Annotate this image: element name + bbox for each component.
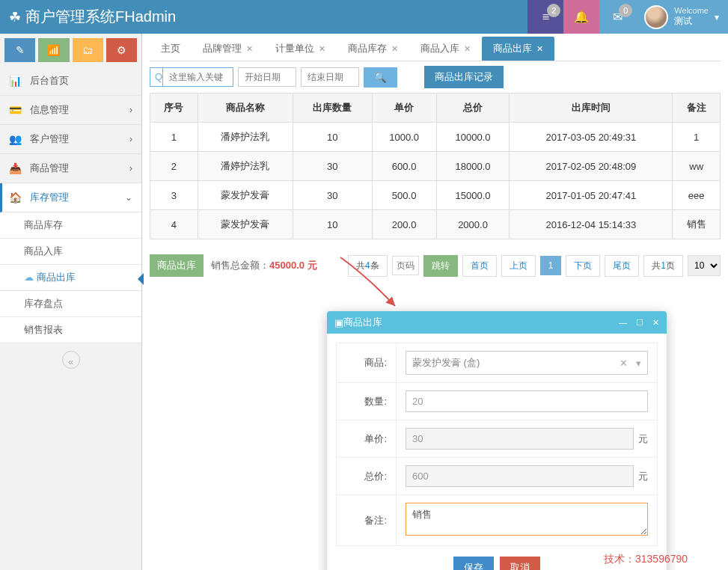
tab-close-icon[interactable]: ✕ xyxy=(319,44,325,54)
product-select[interactable]: 蒙发护发膏 (盒)✕ ▾ xyxy=(406,351,648,375)
tab-5[interactable]: 商品出库✕ xyxy=(482,37,554,61)
notifications-button[interactable]: 🔔 xyxy=(563,0,599,34)
page-last[interactable]: 尾页 xyxy=(605,255,639,277)
price-label: 单价: xyxy=(337,420,397,458)
welcome-text: Welcome xyxy=(674,6,709,15)
sidebar-item-3[interactable]: 📥商品管理› xyxy=(0,154,141,183)
sidebar: ✎ 📶 🗂 ⚙ 📊后台首页💳信息管理›👥客户管理›📥商品管理›🏠库存管理⌄ 商品… xyxy=(0,34,142,570)
table-row[interactable]: 3蒙发护发膏30500.015000.02017-01-05 20:47:41e… xyxy=(150,181,721,210)
total-input xyxy=(406,465,634,487)
shortcut-settings[interactable]: ⚙ xyxy=(106,38,137,62)
end-date-input[interactable] xyxy=(301,67,359,87)
page-current[interactable]: 1 xyxy=(540,256,562,275)
modal-icon: ▣ xyxy=(334,317,343,328)
shortcut-edit[interactable]: ✎ xyxy=(4,38,35,62)
tab-2[interactable]: 计量单位✕ xyxy=(264,37,337,61)
shortcut-users[interactable]: 🗂 xyxy=(73,38,103,62)
cloud-icon: ☁ xyxy=(24,272,37,283)
sub-item-0[interactable]: 商品库存 xyxy=(0,212,141,239)
pagination: 共4条 跳转 首页 上页 1 下页 尾页 共1页 10 xyxy=(348,255,721,277)
tasks-button[interactable]: ≡2 xyxy=(527,0,563,34)
sidebar-item-0[interactable]: 📊后台首页 xyxy=(0,67,141,96)
bottom-bar: 商品出库 销售总金额： 45000.0 元 共4条 跳转 首页 上页 1 下页 … xyxy=(150,254,721,277)
messages-button[interactable]: ✉0 xyxy=(599,0,635,34)
price-unit: 元 xyxy=(638,432,648,446)
nav-icon: 🏠 xyxy=(9,191,24,203)
sub-item-1[interactable]: 商品入库 xyxy=(0,239,141,265)
minimize-icon[interactable]: — xyxy=(619,318,627,328)
content: 主页品牌管理✕计量单位✕商品库存✕商品入库✕商品出库✕ Q 🔍 商品出库记录 序… xyxy=(142,34,728,570)
avatar xyxy=(644,5,668,29)
tab-1[interactable]: 品牌管理✕ xyxy=(192,37,264,61)
tab-3[interactable]: 商品库存✕ xyxy=(337,37,409,61)
brand: ☘ 商户管理系统FHadmin xyxy=(0,7,176,27)
qty-input[interactable] xyxy=(406,390,648,412)
maximize-icon[interactable]: ☐ xyxy=(636,318,643,328)
price-input[interactable] xyxy=(406,428,634,450)
nav-icon: 💳 xyxy=(9,104,24,116)
page-next[interactable]: 下页 xyxy=(566,255,600,277)
messages-badge: 0 xyxy=(619,4,632,17)
outbound-record-button[interactable]: 商品出库记录 xyxy=(424,66,504,88)
product-label: 商品: xyxy=(337,343,397,383)
table-row[interactable]: 4蒙发护发膏10200.02000.02016-12-04 15:14:33销售 xyxy=(150,210,721,239)
page-total: 共1页 xyxy=(643,255,683,277)
remark-textarea[interactable]: 销售 xyxy=(406,503,648,536)
nav-icon: 📊 xyxy=(9,75,24,87)
start-date-input[interactable] xyxy=(238,67,296,87)
sub-item-3[interactable]: 库存盘点 xyxy=(0,291,141,317)
column-header: 出库时间 xyxy=(510,94,673,123)
tasks-badge: 2 xyxy=(547,4,560,17)
tab-close-icon[interactable]: ✕ xyxy=(246,44,253,54)
modal-header[interactable]: ▣ 商品出库 — ☐ ✕ xyxy=(327,311,667,334)
caret-down-icon: ▾ xyxy=(715,12,719,22)
search-button[interactable]: 🔍 xyxy=(364,67,397,88)
search-input[interactable] xyxy=(162,67,233,87)
table-row[interactable]: 1潘婷护法乳101000.010000.02017-03-05 20:49:31… xyxy=(150,123,721,152)
page-size-select[interactable]: 10 xyxy=(688,255,721,276)
total-label: 总价: xyxy=(337,458,397,495)
search-icon: Q xyxy=(150,67,162,87)
sidebar-shortcuts: ✎ 📶 🗂 ⚙ xyxy=(0,34,141,67)
tab-bar: 主页品牌管理✕计量单位✕商品库存✕商品入库✕商品出库✕ xyxy=(150,37,721,61)
sidebar-item-2[interactable]: 👥客户管理› xyxy=(0,125,141,154)
total-label: 销售总金额： xyxy=(211,259,269,272)
close-icon[interactable]: ✕ xyxy=(652,318,659,328)
tab-4[interactable]: 商品入库✕ xyxy=(409,37,482,61)
outbound-button[interactable]: 商品出库 xyxy=(150,254,204,277)
page-first[interactable]: 首页 xyxy=(462,255,497,277)
page-prev[interactable]: 上页 xyxy=(501,255,536,277)
page-jump-button[interactable]: 跳转 xyxy=(423,255,458,277)
save-button[interactable]: 保存 xyxy=(453,557,494,570)
page-count: 共4条 xyxy=(348,255,388,277)
remark-label: 备注: xyxy=(337,495,397,546)
modal-title: 商品出库 xyxy=(343,316,382,329)
tab-0[interactable]: 主页 xyxy=(150,37,192,61)
cancel-button[interactable]: 取消 xyxy=(500,557,540,570)
column-header: 总价 xyxy=(436,94,510,123)
sidebar-item-4[interactable]: 🏠库存管理⌄ xyxy=(0,183,141,212)
sub-item-4[interactable]: 销售报表 xyxy=(0,317,141,343)
top-bar: ☘ 商户管理系统FHadmin ≡2 🔔 ✉0 Welcome 测试 ▾ xyxy=(0,0,728,34)
qty-label: 数量: xyxy=(337,383,397,420)
sidebar-item-1[interactable]: 💳信息管理› xyxy=(0,96,141,125)
brand-text: 商户管理系统FHadmin xyxy=(25,7,176,27)
tab-close-icon[interactable]: ✕ xyxy=(536,44,543,54)
chevron-icon: ⌄ xyxy=(125,192,132,203)
shortcut-stats[interactable]: 📶 xyxy=(38,38,69,62)
tab-close-icon[interactable]: ✕ xyxy=(464,44,471,54)
sidebar-collapse-button[interactable]: « xyxy=(62,351,80,369)
filter-bar: Q 🔍 商品出库记录 xyxy=(150,66,721,88)
tab-close-icon[interactable]: ✕ xyxy=(391,44,398,54)
chevron-icon: › xyxy=(129,134,132,144)
page-input[interactable] xyxy=(392,256,419,275)
table-row[interactable]: 2潘婷护法乳30600.018000.02017-02-05 20:48:09w… xyxy=(150,152,721,181)
column-header: 商品名称 xyxy=(198,94,293,123)
sub-item-2[interactable]: ☁ 商品出库 xyxy=(0,265,141,291)
top-right: ≡2 🔔 ✉0 Welcome 测试 ▾ xyxy=(527,0,728,34)
column-header: 单价 xyxy=(372,94,436,123)
user-menu[interactable]: Welcome 测试 ▾ xyxy=(635,0,728,34)
total-unit: 元 xyxy=(638,470,648,483)
nav-icon: 📥 xyxy=(9,162,24,174)
total-amount: 45000.0 元 xyxy=(269,259,317,272)
